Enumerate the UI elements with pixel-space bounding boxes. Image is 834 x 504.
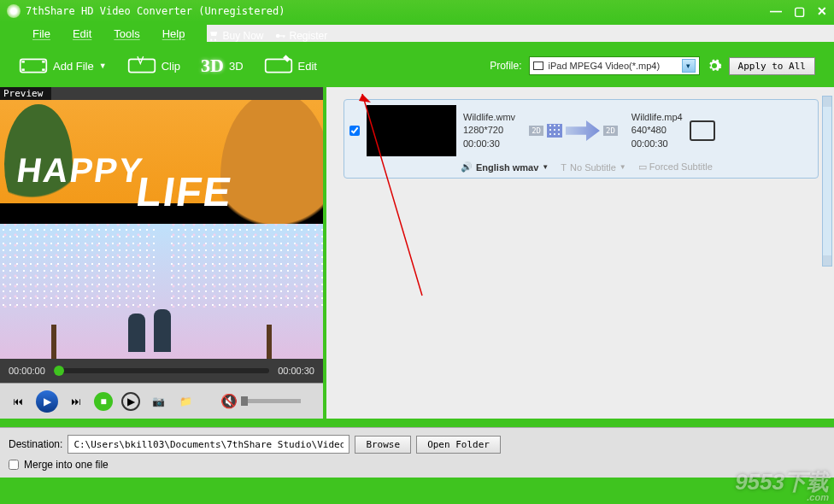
svg-rect-1	[279, 35, 285, 36]
device-select-button[interactable]	[690, 120, 715, 141]
menu-help[interactable]: Help	[162, 27, 185, 40]
minimize-button[interactable]: —	[770, 4, 782, 18]
menu-edit[interactable]: Edit	[73, 27, 91, 40]
badge-2d-in: 2D	[529, 126, 543, 136]
svg-point-0	[275, 34, 279, 38]
svg-rect-2	[283, 35, 284, 38]
target-info: Wildlife.mp4 640*480 00:00:30	[631, 111, 683, 150]
open-folder-button[interactable]: 📁	[176, 392, 195, 411]
badge-2d-out: 2D	[603, 126, 618, 136]
arrow-icon	[566, 120, 600, 141]
merge-checkbox[interactable]	[9, 460, 19, 470]
item-checkbox[interactable]	[349, 126, 360, 136]
clip-icon	[127, 55, 156, 77]
buy-now-link[interactable]: Buy Now	[207, 30, 263, 42]
key-icon	[274, 30, 286, 42]
cart-icon	[207, 30, 219, 42]
svg-rect-5	[21, 68, 24, 71]
progress-slider[interactable]	[54, 368, 269, 373]
3d-button[interactable]: 3D 3D	[201, 55, 244, 77]
open-folder-dest-button[interactable]: Open Folder	[416, 436, 501, 454]
time-current: 00:00:00	[9, 366, 45, 376]
profile-value: iPad MPEG4 Video(*.mp4)	[549, 61, 661, 71]
conversion-item: Wildlife.wmv 1280*720 00:00:30 2D 2D Wil…	[344, 99, 819, 179]
snapshot-button[interactable]: 📷	[149, 392, 167, 411]
profile-select[interactable]: iPad MPEG4 Video(*.mp4) ▾	[529, 56, 700, 75]
menu-tools[interactable]: Tools	[114, 27, 139, 40]
preview-area: HAPPY LIFE	[0, 100, 323, 359]
app-logo-icon	[7, 4, 21, 18]
dropdown-arrow-icon: ▾	[682, 59, 696, 73]
register-link[interactable]: Register	[274, 30, 328, 42]
mute-button[interactable]: 🔇	[220, 393, 238, 409]
grid-icon	[547, 124, 562, 138]
subtitle-select[interactable]: T No Subtitle ▼	[561, 162, 626, 173]
add-file-button[interactable]: Add File ▼	[19, 55, 107, 77]
source-info: Wildlife.wmv 1280*720 00:00:30	[463, 111, 515, 150]
merge-label: Merge into one file	[24, 459, 109, 471]
svg-rect-7	[42, 68, 44, 71]
loop-button[interactable]: ▶	[121, 392, 140, 411]
film-icon	[19, 55, 48, 77]
forced-subtitle-toggle[interactable]: ▭ Forced Subtitle	[638, 161, 713, 173]
play-button[interactable]: ▶	[36, 390, 58, 413]
maximize-button[interactable]: ▢	[794, 4, 805, 18]
destination-label: Destination:	[9, 438, 62, 450]
time-total: 00:00:30	[278, 366, 314, 376]
preview-label: Preview	[0, 87, 51, 100]
preview-text-2: LIFE	[133, 168, 236, 215]
item-thumbnail	[367, 105, 456, 156]
destination-input[interactable]	[68, 435, 349, 454]
stop-button[interactable]: ■	[94, 392, 113, 411]
profile-label: Profile:	[490, 60, 521, 72]
clip-button[interactable]: Clip	[127, 55, 180, 77]
close-button[interactable]: ✕	[817, 4, 827, 18]
next-button[interactable]: ⏭	[67, 392, 85, 411]
list-scrollbar[interactable]	[822, 96, 832, 267]
menu-file[interactable]: File	[32, 27, 50, 40]
preview-text-1: HAPPY	[15, 151, 146, 190]
svg-rect-4	[21, 61, 24, 63]
browse-button[interactable]: Browse	[355, 436, 411, 454]
prev-button[interactable]: ⏮	[9, 392, 27, 411]
audio-track-select[interactable]: 🔊 English wmav ▼	[461, 161, 549, 173]
chevron-down-icon: ▼	[99, 62, 107, 70]
apply-to-all-button[interactable]: Apply to All	[729, 57, 815, 75]
device-icon	[533, 62, 543, 70]
edit-film-icon	[264, 55, 293, 77]
settings-gear-icon[interactable]	[707, 58, 722, 73]
window-title: 7thShare HD Video Converter (Unregistere…	[26, 5, 770, 17]
volume-slider[interactable]	[241, 399, 301, 403]
svg-rect-6	[42, 61, 44, 63]
edit-button[interactable]: Edit	[264, 55, 317, 77]
